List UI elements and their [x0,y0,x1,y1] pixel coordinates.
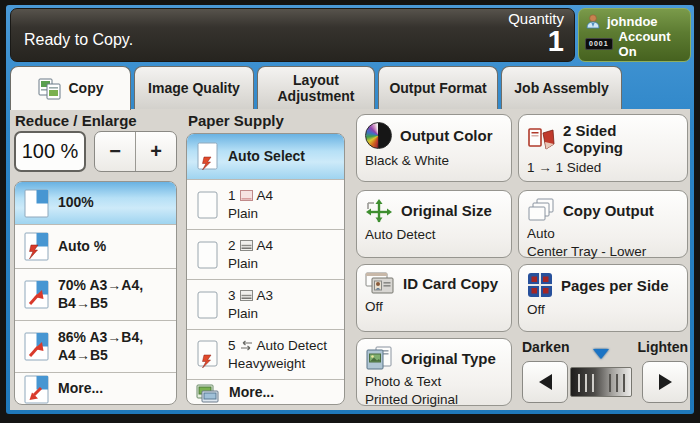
lighten-button[interactable] [642,361,688,403]
user-icon [585,14,601,29]
tab-layout-adjustment[interactable]: Layout Adjustment [257,66,375,109]
copy-output-button[interactable]: Copy Output Auto Center Tray - Lower [518,190,688,258]
page-more-icon [24,375,49,404]
status-bar: Ready to Copy. Quantity 1 [10,8,575,62]
page-reduce-70-icon [24,280,49,309]
paper-supply-title: Paper Supply [188,112,284,129]
quantity-display: Quantity 1 [508,11,564,57]
density-slider[interactable] [570,367,632,397]
paper-supply-list: Auto Select 1 A4 Plain 2 [186,133,345,405]
two-sided-copying-button[interactable]: 2 Sided Copying 1 → 1 Sided [518,114,688,182]
tray-more-icon [196,383,220,403]
reduce-option-70[interactable]: 70% A3→A4,B4→B5 [15,269,176,321]
zoom-plus-button[interactable]: + [136,132,176,171]
tab-layout-adjustment-label: Layout Adjustment [272,72,360,104]
bypass-arrows-icon [240,340,253,351]
original-type-value: Photo & Text Printed Original [365,373,503,408]
original-size-icon [365,198,393,223]
two-sided-icon [527,127,555,151]
original-size-button[interactable]: Original Size Auto Detect [356,190,512,258]
page-reduce-86-icon [24,332,49,361]
copy-icon [38,78,62,100]
paper-auto-sheet-icon [196,340,219,369]
tab-job-assembly-label: Job Assembly [514,80,608,96]
status-message: Ready to Copy. [24,31,133,49]
paper-auto-icon [196,142,219,171]
paper-option-tray3[interactable]: 3 A3 Plain [187,280,344,330]
output-color-button[interactable]: Output Color Black & White [356,114,512,182]
original-type-icon [365,346,393,370]
reduce-option-auto[interactable]: Auto % [15,225,176,269]
account-status: Account On [619,29,684,59]
meter-icon: 0001 [585,38,613,50]
tray-size: A4 [257,237,274,255]
pages-per-side-icon [527,272,553,298]
paper-sheet-icon [196,241,219,269]
tab-job-assembly[interactable]: Job Assembly [501,66,622,109]
copy-tab-content: Reduce / Enlarge 100 % − + 100% Auto % [10,109,690,410]
pages-per-side-title: Pages per Side [561,277,669,294]
copier-touchscreen: Ready to Copy. Quantity 1 johndoe 0001 A… [6,5,694,414]
tray-number: 2 [228,237,236,255]
pages-per-side-value: Off [527,301,679,319]
two-sided-copying-title: 2 Sided Copying [563,122,679,156]
paper-option-tray2[interactable]: 2 A4 Plain [187,230,344,280]
tab-output-format-label: Output Format [389,80,486,96]
paper-level-full-icon [240,290,253,301]
reduce-enlarge-list: 100% Auto % 70% A3→A4,B4→B5 86% A3→B4,A4… [14,181,177,405]
tab-copy-label: Copy [69,80,104,96]
id-card-copy-button[interactable]: ID Card Copy Off [356,264,512,332]
tab-bar: Copy Image Quality Layout Adjustment Out… [10,66,690,109]
copy-output-icon [527,198,555,222]
density-slider-handle[interactable] [593,359,609,405]
reduce-option-100[interactable]: 100% [15,182,176,225]
darken-arrow-icon [539,374,552,390]
tray-size: A4 [257,187,274,205]
tab-image-quality[interactable]: Image Quality [134,66,254,109]
paper-option-tray1[interactable]: 1 A4 Plain [187,180,344,230]
lighten-arrow-icon [659,374,672,390]
reduce-enlarge-title: Reduce / Enlarge [15,112,137,129]
tray-number: 1 [228,187,236,205]
original-type-button[interactable]: Original Type Photo & Text Printed Origi… [356,338,512,406]
account-panel[interactable]: johndoe 0001 Account On [578,8,691,62]
paper-option-more[interactable]: More... [187,380,344,405]
output-color-icon [365,122,392,149]
output-color-value: Black & White [365,152,503,170]
two-sided-copying-value: 1 → 1 Sided [527,159,679,177]
page-auto-icon [24,232,49,261]
reduce-enlarge-value-field[interactable]: 100 % [14,131,86,172]
reduce-enlarge-stepper: − + [94,131,177,172]
tray-type: Heavyweight [228,355,327,373]
reduce-option-more[interactable]: More... [15,373,176,405]
id-card-copy-title: ID Card Copy [403,275,498,292]
tray-type: Plain [228,255,273,273]
page-100-icon [24,189,49,218]
zoom-minus-button[interactable]: − [95,132,136,171]
tray-size: A3 [257,287,274,305]
tab-image-quality-label: Image Quality [148,80,240,96]
tray-type: Plain [228,205,273,223]
original-size-title: Original Size [401,202,492,219]
paper-level-low-icon [240,190,253,201]
paper-option-auto-select[interactable]: Auto Select [187,134,344,180]
paper-option-tray5[interactable]: 5 Auto Detect Heavyweight [187,330,344,380]
paper-sheet-icon [196,191,219,219]
paper-sheet-icon [196,291,219,319]
original-size-value: Auto Detect [365,226,503,244]
tab-copy[interactable]: Copy [10,66,131,110]
output-color-title: Output Color [400,127,492,144]
reduce-option-86[interactable]: 86% A3→B4,A4→B5 [15,321,176,373]
tray-size: Auto Detect [257,337,328,355]
tray-number: 5 [228,337,236,355]
darken-button[interactable] [522,361,568,403]
tray-type: Plain [228,305,273,323]
tray-number: 3 [228,287,236,305]
lighten-label: Lighten [637,339,688,355]
copy-output-title: Copy Output [563,202,654,219]
darken-label: Darken [522,339,569,355]
pages-per-side-button[interactable]: Pages per Side Off [518,264,688,332]
tab-output-format[interactable]: Output Format [378,66,498,109]
id-card-copy-value: Off [365,298,503,316]
id-card-icon [365,272,395,295]
